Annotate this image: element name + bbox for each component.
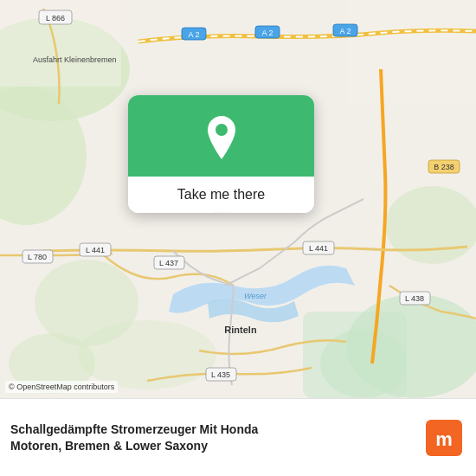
svg-text:A 2: A 2: [339, 27, 351, 35]
svg-rect-11: [346, 0, 476, 104]
map-container: L 866 A 2 A 2 A 2 B 238 L 441 L 441 L 43…: [0, 0, 476, 398]
svg-text:L 441: L 441: [309, 244, 328, 253]
svg-text:Weser: Weser: [244, 292, 267, 300]
svg-point-6: [385, 186, 476, 264]
svg-point-37: [215, 124, 228, 136]
osm-attribution: © OpenStreetMap contributors: [5, 381, 118, 393]
svg-text:Rinteln: Rinteln: [224, 325, 257, 335]
moovit-icon: m: [426, 420, 462, 456]
svg-text:A 2: A 2: [188, 30, 199, 39]
svg-text:m: m: [435, 428, 453, 450]
svg-text:L 437: L 437: [159, 259, 178, 267]
info-bar: Schallgedämpfte Stromerzeuger Mit Honda …: [0, 398, 476, 476]
svg-text:A 2: A 2: [261, 29, 273, 37]
info-text: Schallgedämpfte Stromerzeuger Mit Honda …: [10, 421, 415, 453]
moovit-logo: m: [426, 420, 462, 456]
svg-text:L 435: L 435: [211, 370, 230, 379]
location-pin-icon: [203, 114, 241, 161]
svg-text:Ausfahrt Kleinenbremen: Ausfahrt Kleinenbremen: [33, 55, 117, 64]
svg-text:L 441: L 441: [86, 246, 105, 254]
svg-point-8: [78, 320, 216, 389]
svg-text:L 866: L 866: [46, 14, 65, 23]
svg-text:L 438: L 438: [405, 294, 424, 303]
popup-card: Take me there: [128, 95, 314, 213]
popup-bottom: Take me there: [128, 177, 314, 213]
svg-text:B 238: B 238: [434, 163, 454, 171]
svg-rect-5: [303, 312, 407, 398]
popup-top: [128, 95, 314, 177]
svg-text:L 780: L 780: [28, 253, 47, 261]
app: L 866 A 2 A 2 A 2 B 238 L 441 L 441 L 43…: [0, 0, 476, 476]
take-me-there-button[interactable]: Take me there: [177, 187, 265, 203]
info-title: Schallgedämpfte Stromerzeuger Mit Honda …: [10, 421, 415, 453]
